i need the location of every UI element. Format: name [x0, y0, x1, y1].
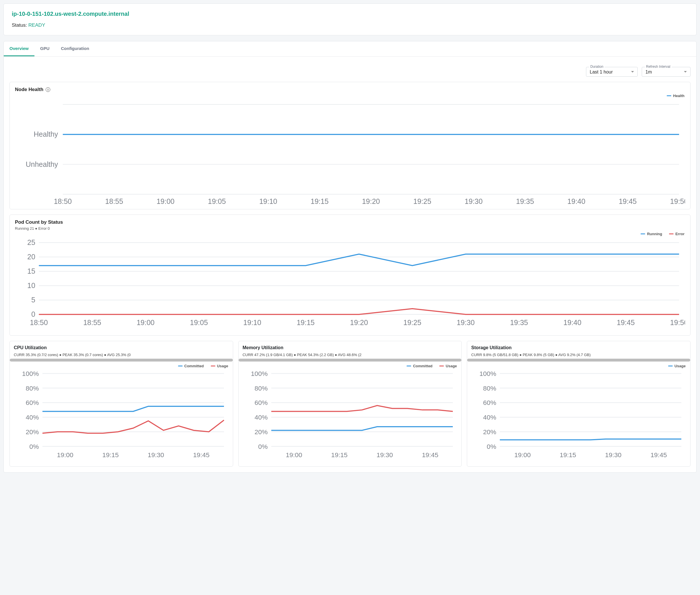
legend-label: Committed [413, 364, 432, 368]
svg-text:0%: 0% [29, 443, 39, 450]
horizontal-scrollbar[interactable] [10, 359, 233, 362]
svg-text:19:30: 19:30 [457, 319, 475, 327]
series-committed [42, 406, 224, 411]
duration-label: Duration [589, 65, 604, 68]
legend-usage: Usage [211, 364, 228, 368]
svg-text:100%: 100% [251, 370, 268, 377]
legend-usage: Usage [439, 364, 457, 368]
memory-legend: Committed Usage [243, 364, 457, 368]
duration-select[interactable]: Duration Last 1 hour [586, 67, 638, 77]
memory-stats: CURR 47.2% (1.9 GB/4.1 GB) ● PEAK 54.3% … [243, 352, 458, 357]
node-header-card: ip-10-0-151-102.us-west-2.compute.intern… [3, 3, 697, 35]
cpu-legend: Committed Usage [14, 364, 228, 368]
svg-text:10: 10 [27, 281, 35, 289]
pod-count-card: Pod Count by Status Running 21 ● Error 0… [9, 215, 691, 335]
legend-label: Usage [674, 364, 686, 368]
svg-text:19:30: 19:30 [376, 451, 393, 458]
svg-text:19:00: 19:00 [156, 197, 175, 205]
cpu-chart: 100%80%60%40%20%0%19:0019:1519:3019:45 [14, 369, 229, 464]
svg-text:19:00: 19:00 [137, 319, 155, 327]
node-health-chart: Healthy Unhealthy 18:5018:5519:0019:0519… [15, 98, 685, 206]
storage-chart: 100%80%60%40%20%0%19:0019:1519:3019:45 [471, 369, 686, 464]
svg-text:19:25: 19:25 [403, 319, 421, 327]
info-icon[interactable]: i [46, 87, 50, 92]
svg-text:19:00: 19:00 [515, 451, 531, 458]
cpu-title: CPU Utilization [14, 345, 229, 350]
legend-error: Error [669, 232, 684, 236]
storage-title: Storage Utilization [471, 345, 686, 350]
svg-text:60%: 60% [483, 399, 496, 406]
refresh-label: Refresh Interval [645, 65, 672, 68]
status-label: Status: [12, 22, 27, 28]
svg-text:19:50: 19:50 [670, 197, 685, 205]
svg-text:18:55: 18:55 [105, 197, 123, 205]
legend-label: Usage [446, 364, 457, 368]
svg-text:19:45: 19:45 [193, 451, 209, 458]
node-health-legend: Health [15, 94, 684, 98]
svg-text:19:45: 19:45 [422, 451, 438, 458]
pod-count-title: Pod Count by Status [15, 219, 685, 225]
svg-text:0%: 0% [487, 443, 496, 450]
storage-stats: CURR 9.8% (5 GB/51.8 GB) ● PEAK 9.8% (5 … [471, 352, 686, 357]
svg-text:40%: 40% [26, 414, 39, 421]
svg-text:19:15: 19:15 [560, 451, 576, 458]
tab-configuration[interactable]: Configuration [55, 41, 95, 56]
svg-text:19:35: 19:35 [516, 197, 534, 205]
series-usage [500, 439, 681, 440]
svg-text:19:00: 19:00 [286, 451, 302, 458]
legend-usage: Usage [668, 364, 686, 368]
legend-label: Health [673, 94, 684, 98]
svg-text:19:15: 19:15 [331, 451, 347, 458]
legend-label: Usage [217, 364, 228, 368]
svg-text:25: 25 [27, 238, 35, 246]
svg-text:40%: 40% [483, 414, 496, 421]
series-usage [42, 420, 224, 433]
legend-swatch-icon [439, 366, 444, 366]
tab-gpu[interactable]: GPU [34, 41, 55, 56]
refresh-interval-select[interactable]: Refresh Interval 1m [642, 67, 691, 77]
series-usage [271, 405, 453, 411]
tab-overview[interactable]: Overview [4, 41, 34, 56]
svg-text:19:45: 19:45 [619, 197, 637, 205]
x-axis: 18:5018:5519:0019:0519:1019:1519:2019:25… [54, 197, 685, 205]
legend-health: Health [667, 94, 684, 98]
title-text: Node Health [15, 87, 43, 92]
svg-text:18:50: 18:50 [54, 197, 72, 205]
svg-text:20: 20 [27, 253, 35, 261]
legend-swatch-icon [178, 366, 183, 366]
legend-swatch-icon [211, 366, 215, 366]
pod-count-sub: Running 21 ● Error 0 [15, 226, 685, 231]
svg-text:19:10: 19:10 [243, 319, 261, 327]
memory-util-card: Memory Utilization CURR 47.2% (1.9 GB/4.… [238, 341, 462, 467]
node-health-title: Node Health i [15, 87, 685, 92]
pod-count-chart: 2520151050 18:5018:5519:0019:0519:1019:1… [15, 237, 685, 332]
legend-swatch-icon [641, 233, 645, 234]
horizontal-scrollbar[interactable] [467, 359, 690, 362]
svg-text:20%: 20% [26, 428, 39, 435]
tabs: Overview GPU Configuration [4, 41, 696, 57]
svg-text:19:35: 19:35 [510, 319, 528, 327]
legend-label: Committed [184, 364, 204, 368]
horizontal-scrollbar[interactable] [239, 359, 462, 362]
svg-text:19:30: 19:30 [465, 197, 483, 205]
svg-text:19:50: 19:50 [670, 319, 685, 327]
legend-committed: Committed [407, 364, 432, 368]
chevron-down-icon [684, 71, 687, 73]
svg-text:60%: 60% [26, 399, 39, 406]
storage-legend: Usage [471, 364, 686, 368]
svg-text:5: 5 [31, 296, 35, 304]
svg-text:80%: 80% [254, 384, 268, 392]
legend-swatch-icon [407, 366, 411, 366]
svg-text:19:05: 19:05 [208, 197, 226, 205]
svg-text:19:05: 19:05 [190, 319, 208, 327]
svg-text:100%: 100% [22, 370, 39, 377]
title-text: Pod Count by Status [15, 219, 63, 225]
svg-text:19:20: 19:20 [362, 197, 380, 205]
svg-text:19:40: 19:40 [563, 319, 581, 327]
legend-running: Running [641, 232, 662, 236]
legend-committed: Committed [178, 364, 204, 368]
memory-title: Memory Utilization [243, 345, 458, 350]
series-running [39, 254, 679, 266]
svg-text:80%: 80% [483, 384, 496, 392]
node-name-link[interactable]: ip-10-0-151-102.us-west-2.compute.intern… [12, 11, 688, 17]
